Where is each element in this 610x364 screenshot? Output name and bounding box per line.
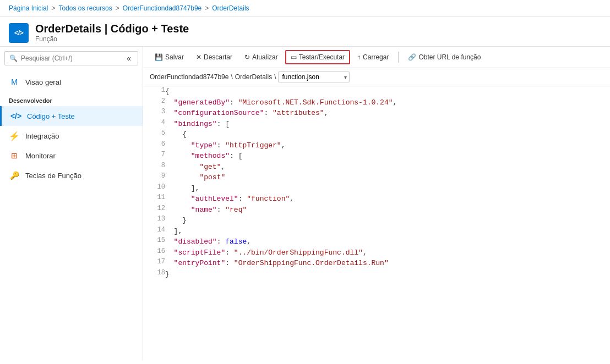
table-row: 11 "authLevel": "function", xyxy=(143,194,610,205)
file-selector-wrap[interactable]: function.json run.csx index.js xyxy=(278,71,350,82)
toolbar-separator xyxy=(398,52,399,63)
search-icon: 🔍 xyxy=(9,54,18,62)
main-content: 💾 Salvar ✕ Descartar ↻ Atualizar ▭ Testa… xyxy=(143,47,610,360)
save-button[interactable]: 💾 Salvar xyxy=(150,51,189,64)
table-row: 15 "disabled": false, xyxy=(143,236,610,247)
page-subtitle: Função xyxy=(35,35,189,43)
upload-button[interactable]: ↑ Carregar xyxy=(352,51,394,64)
sidebar-item-overview[interactable]: M Visão geral xyxy=(0,72,143,92)
page-header: </> OrderDetails | Código + Teste Função xyxy=(0,17,610,47)
breadcrumb: Página Inicial > Todos os recursos > Ord… xyxy=(0,0,610,17)
path-segment-2: OrderDetails xyxy=(235,73,272,81)
sidebar-item-monitor[interactable]: ⊞ Monitorar xyxy=(0,146,143,166)
breadcrumb-home[interactable]: Página Inicial xyxy=(9,4,48,12)
code-icon: </> xyxy=(10,111,21,122)
path-sep-1: \ xyxy=(231,73,232,81)
path-bar: OrderFunctiondad8747b9e \ OrderDetails \… xyxy=(143,68,610,86)
refresh-icon: ↻ xyxy=(244,53,250,61)
search-input[interactable] xyxy=(21,54,121,62)
code-editor[interactable]: 1 { 2 "generatedBy": "Microsoft.NET.Sdk.… xyxy=(143,86,610,360)
table-row: 3 "configurationSource": "attributes", xyxy=(143,108,610,119)
link-icon: 🔗 xyxy=(408,53,416,61)
table-row: 4 "bindings": [ xyxy=(143,119,610,130)
table-row: 14 ], xyxy=(143,226,610,237)
sidebar-item-codigo[interactable]: </> Código + Teste xyxy=(0,106,143,126)
sidebar-section-label: Desenvolvedor xyxy=(0,92,143,106)
app-icon: </> xyxy=(9,23,29,43)
table-row: 5 { xyxy=(143,129,610,140)
path-segment-1: OrderFunctiondad8747b9e xyxy=(150,73,228,81)
refresh-button[interactable]: ↻ Atualizar xyxy=(239,51,283,64)
table-row: 13 } xyxy=(143,215,610,226)
table-row: 1 { xyxy=(143,86,610,97)
sidebar-item-keys[interactable]: 🔑 Teclas de Função xyxy=(0,166,143,185)
breadcrumb-function-app[interactable]: OrderFunctiondad8747b9e xyxy=(123,4,201,12)
save-icon: 💾 xyxy=(155,53,163,61)
sidebar-item-label-integration: Integração xyxy=(25,132,59,140)
table-row: 18 } xyxy=(143,269,610,280)
table-row: 10 ], xyxy=(143,183,610,194)
table-row: 17 "entryPoint": "OrderShippingFunc.Orde… xyxy=(143,258,610,269)
sidebar-item-integration[interactable]: ⚡ Integração xyxy=(0,126,143,146)
table-row: 2 "generatedBy": "Microsoft.NET.Sdk.Func… xyxy=(143,97,610,108)
table-row: 8 "get", xyxy=(143,162,610,173)
upload-icon: ↑ xyxy=(357,53,361,61)
page-title: OrderDetails | Código + Teste xyxy=(35,23,189,35)
file-selector[interactable]: function.json run.csx index.js xyxy=(278,71,350,82)
breadcrumb-all-resources[interactable]: Todos os recursos xyxy=(58,4,112,12)
sidebar-item-label-codigo: Código + Teste xyxy=(27,112,75,120)
page-title-block: OrderDetails | Código + Teste Função xyxy=(35,23,189,43)
sidebar: 🔍 « M Visão geral Desenvolvedor </> Códi… xyxy=(0,47,143,360)
code-table: 1 { 2 "generatedBy": "Microsoft.NET.Sdk.… xyxy=(143,86,610,279)
path-sep-2: \ xyxy=(274,73,276,81)
discard-button[interactable]: ✕ Descartar xyxy=(191,51,237,64)
breadcrumb-function[interactable]: OrderDetails xyxy=(212,4,249,12)
lightning-icon: ⚡ xyxy=(9,130,20,141)
table-row: 16 "scriptFile": "../bin/OrderShippingFu… xyxy=(143,247,610,258)
sidebar-item-label-monitor: Monitorar xyxy=(25,152,56,160)
test-icon: ▭ xyxy=(291,53,297,61)
main-layout: 🔍 « M Visão geral Desenvolvedor </> Códi… xyxy=(0,47,610,360)
search-box[interactable]: 🔍 « xyxy=(4,51,138,65)
chart-icon: M xyxy=(9,76,20,87)
monitor-icon: ⊞ xyxy=(9,150,20,161)
sidebar-item-label-overview: Visão geral xyxy=(25,78,61,86)
table-row: 12 "name": "req" xyxy=(143,205,610,216)
table-row: 6 "type": "httpTrigger", xyxy=(143,140,610,151)
collapse-button[interactable]: « xyxy=(124,54,133,63)
toolbar: 💾 Salvar ✕ Descartar ↻ Atualizar ▭ Testa… xyxy=(143,47,610,68)
x-icon: ✕ xyxy=(196,53,201,61)
sidebar-item-label-keys: Teclas de Função xyxy=(25,172,81,180)
test-button[interactable]: ▭ Testar/Executar xyxy=(285,50,350,64)
table-row: 7 "methods": [ xyxy=(143,151,610,162)
key-icon: 🔑 xyxy=(9,170,20,181)
table-row: 9 "post" xyxy=(143,172,610,183)
get-url-button[interactable]: 🔗 Obter URL de função xyxy=(403,51,486,64)
